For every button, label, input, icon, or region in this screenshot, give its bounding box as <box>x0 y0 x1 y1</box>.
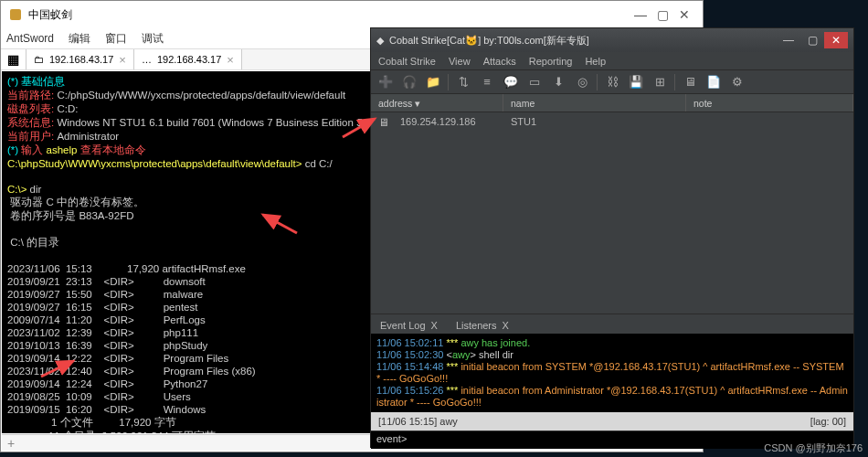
tab-file-192[interactable]: 🗀192.168.43.17× <box>26 49 134 69</box>
computer-icon[interactable]: 🖥 <box>679 72 701 92</box>
tab-listeners[interactable]: ListenersX <box>447 317 518 334</box>
tree-icon[interactable]: ⊞ <box>649 72 671 92</box>
antsword-titlebar[interactable]: 中国蚁剑 — ▢ ✕ <box>1 1 703 28</box>
minimize-button[interactable]: — <box>630 4 651 26</box>
close-button[interactable]: ✕ <box>824 32 848 48</box>
menu-antsword[interactable]: AntSword <box>6 32 54 45</box>
tab-close-icon[interactable]: X <box>431 320 438 331</box>
cobalt-toolbar: ➕ 🎧 📁 ⇅ ≡ 💬 ▭ ⬇ ◎ ⛓ 💾 ⊞ 🖥 📄 ⚙ <box>371 70 853 94</box>
arrow-icon <box>256 210 302 238</box>
col-name[interactable]: name <box>503 94 686 112</box>
maximize-button[interactable]: ▢ <box>651 4 673 26</box>
svg-line-2 <box>263 215 297 233</box>
event-log[interactable]: 11/06 15:02:11 *** awy has joined. 11/06… <box>371 334 853 412</box>
antsword-logo-icon <box>8 7 23 22</box>
cobalt-status: [11/06 15:15] awy[lag: 00] <box>371 412 853 430</box>
svg-rect-0 <box>10 9 21 20</box>
link-icon[interactable]: ⛓ <box>601 72 623 92</box>
folder-icon: 🗀 <box>34 54 44 65</box>
menu-view[interactable]: View <box>449 56 471 67</box>
folder-icon[interactable]: 📁 <box>422 72 444 92</box>
cobalt-tabs: Event LogX ListenersX <box>371 314 853 334</box>
cobalt-title: Cobalt Strike[Cat🐱] by:T00ls.com[新年专版] <box>389 34 589 48</box>
tab-close-icon[interactable]: × <box>119 53 126 67</box>
plus-icon[interactable]: ➕ <box>375 72 397 92</box>
session-row[interactable]: 🖥 169.254.129.186 STU1 <box>371 112 853 133</box>
arrow-icon <box>338 114 384 142</box>
menu-reporting[interactable]: Reporting <box>529 56 573 67</box>
doc-icon[interactable]: 📄 <box>703 72 725 92</box>
menu-debug[interactable]: 调试 <box>142 31 164 47</box>
tab-close-icon[interactable]: X <box>503 320 509 331</box>
cobalt-menubar: Cobalt Strike View Attacks Reporting Hel… <box>371 52 853 70</box>
antsword-title: 中国蚁剑 <box>28 7 72 23</box>
cell-ip: 169.254.129.186 <box>393 114 503 131</box>
menu-window[interactable]: 窗口 <box>105 31 127 47</box>
menu-attacks[interactable]: Attacks <box>483 56 516 67</box>
tab-shell-192[interactable]: …192.168.43.17× <box>134 49 242 69</box>
col-note[interactable]: note <box>686 94 853 112</box>
card-icon[interactable]: ▭ <box>524 72 545 92</box>
cobalt-logo-icon: ◆ <box>376 35 384 47</box>
plus-icon[interactable]: + <box>7 436 15 451</box>
cobalt-titlebar[interactable]: ◆ Cobalt Strike[Cat🐱] by:T00ls.com[新年专版]… <box>371 28 853 52</box>
cobalt-window: ◆ Cobalt Strike[Cat🐱] by:T00ls.com[新年专版]… <box>370 27 854 448</box>
grid-icon: ▦ <box>7 52 19 67</box>
close-button[interactable]: ✕ <box>673 4 695 26</box>
session-list[interactable]: 🖥 169.254.129.186 STU1 <box>371 112 853 314</box>
minimize-button[interactable]: — <box>777 32 800 48</box>
chat-icon[interactable]: 💬 <box>500 72 522 92</box>
svg-line-1 <box>343 119 375 137</box>
tab-grid[interactable]: ▦ <box>1 49 26 69</box>
menu-edit[interactable]: 编辑 <box>69 31 90 47</box>
tab-eventlog[interactable]: Event LogX <box>371 317 447 334</box>
svg-line-3 <box>41 361 73 377</box>
download-icon[interactable]: ⬇ <box>547 72 569 92</box>
col-address[interactable]: address▾ <box>371 94 503 112</box>
cell-host: STU1 <box>503 114 686 131</box>
maximize-button[interactable]: ▢ <box>800 32 824 48</box>
gear-icon[interactable]: ⚙ <box>726 72 748 92</box>
sort-icon[interactable]: ⇅ <box>452 72 474 92</box>
menu-help[interactable]: Help <box>585 56 606 67</box>
watermark: CSDN @别野加奈176 <box>764 441 863 455</box>
session-header: address▾ name note <box>371 94 853 112</box>
target-icon[interactable]: ◎ <box>571 72 593 92</box>
tab-close-icon[interactable]: × <box>227 53 234 67</box>
list-icon[interactable]: ≡ <box>476 72 498 92</box>
menu-cs[interactable]: Cobalt Strike <box>378 56 436 67</box>
arrow-icon <box>37 358 82 381</box>
chevron-down-icon: ▾ <box>415 98 420 109</box>
headset-icon[interactable]: 🎧 <box>398 72 420 92</box>
save-icon[interactable]: 💾 <box>625 72 647 92</box>
